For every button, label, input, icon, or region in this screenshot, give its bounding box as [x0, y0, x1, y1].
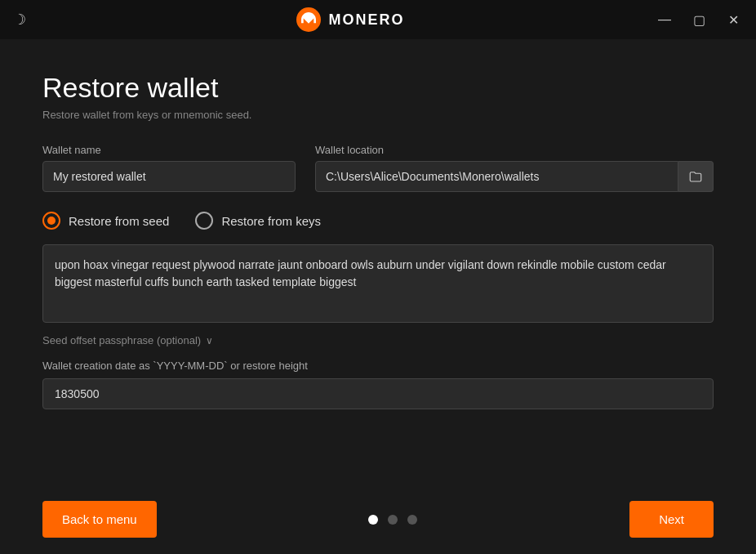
minimize-button[interactable]: — — [655, 10, 674, 29]
main-content: Restore wallet Restore wallet from keys … — [0, 39, 756, 488]
maximize-button[interactable]: ▢ — [689, 10, 709, 29]
chevron-down-icon: ∨ — [206, 335, 213, 346]
titlebar-center: MONERO — [296, 7, 405, 32]
creation-date-label: Wallet creation date as `YYYY-MM-DD` or … — [42, 360, 714, 372]
restore-from-seed-radio[interactable] — [42, 212, 60, 230]
restore-from-seed-label: Restore from seed — [69, 214, 169, 228]
page-title: Restore wallet — [42, 72, 714, 104]
wallet-name-input[interactable] — [42, 161, 296, 192]
wallet-location-input-row — [315, 161, 714, 192]
wallet-location-input[interactable] — [315, 161, 678, 192]
footer: Back to menu Next — [0, 488, 756, 554]
restore-from-keys-radio[interactable] — [195, 212, 213, 230]
app-title: MONERO — [329, 11, 405, 29]
monero-logo-icon — [296, 7, 321, 32]
creation-date-input[interactable] — [42, 378, 714, 409]
seed-textarea[interactable]: upon hoax vinegar request plywood narrat… — [42, 244, 714, 323]
moon-icon: ☽ — [13, 11, 26, 28]
seed-offset-label: Seed offset passphrase (optional) — [42, 334, 201, 346]
restore-from-seed-option[interactable]: Restore from seed — [42, 212, 169, 230]
dot-3 — [407, 515, 417, 525]
dot-1 — [368, 515, 378, 525]
seed-offset-row[interactable]: Seed offset passphrase (optional) ∨ — [42, 334, 714, 346]
wallet-name-group: Wallet name — [42, 144, 296, 192]
back-to-menu-button[interactable]: Back to menu — [42, 501, 157, 538]
restore-from-keys-label: Restore from keys — [221, 214, 321, 228]
wallet-location-group: Wallet location — [315, 144, 714, 192]
restore-from-keys-option[interactable]: Restore from keys — [195, 212, 321, 230]
wallet-fields-row: Wallet name Wallet location — [42, 144, 714, 192]
dot-2 — [388, 515, 398, 525]
folder-icon — [688, 169, 703, 184]
restore-options-row: Restore from seed Restore from keys — [42, 212, 714, 230]
wallet-name-label: Wallet name — [42, 144, 296, 156]
pagination-dots — [368, 515, 417, 525]
close-button[interactable]: ✕ — [723, 10, 743, 29]
next-button[interactable]: Next — [629, 501, 714, 538]
titlebar-controls: — ▢ ✕ — [655, 10, 743, 29]
page-subtitle: Restore wallet from keys or mnemonic see… — [42, 109, 714, 121]
titlebar: ☽ MONERO — ▢ ✕ — [0, 0, 756, 39]
browse-button[interactable] — [678, 161, 714, 192]
wallet-location-label: Wallet location — [315, 144, 714, 156]
